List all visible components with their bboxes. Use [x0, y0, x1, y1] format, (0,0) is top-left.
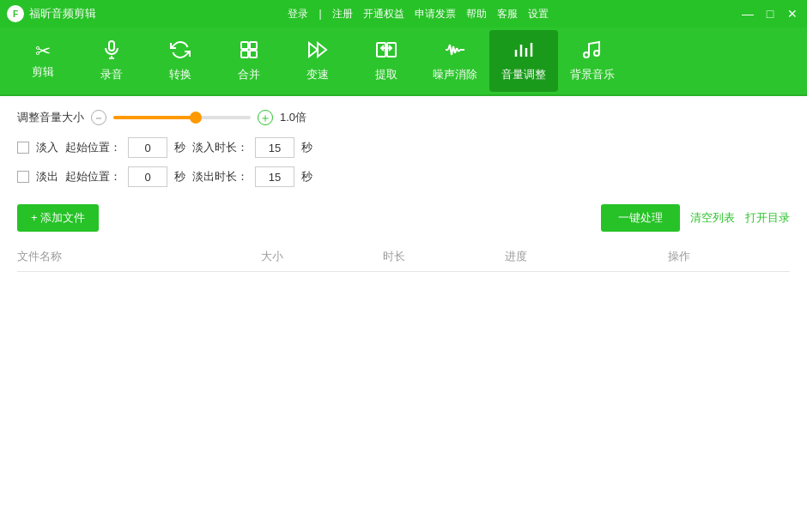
- titlebar-nav: 登录 | 注册 开通权益 申请发票 帮助 客服 设置: [288, 7, 548, 21]
- nav-help[interactable]: 帮助: [466, 7, 487, 21]
- nav-register[interactable]: 注册: [332, 7, 353, 21]
- tool-bgmusic-label: 背景音乐: [570, 67, 615, 82]
- volume-slider-thumb[interactable]: [190, 112, 202, 124]
- volume-label: 调整音量大小: [17, 110, 84, 125]
- svg-rect-4: [250, 42, 257, 49]
- tool-volume-label: 音量调整: [501, 67, 546, 82]
- svg-rect-10: [387, 43, 396, 57]
- tool-volume[interactable]: 音量调整: [489, 30, 558, 92]
- table-header: 文件名称 大小 时长 进度 操作: [17, 242, 790, 272]
- tool-speed[interactable]: 变速: [283, 30, 352, 92]
- col-name-header: 文件名称: [17, 249, 261, 264]
- svg-rect-9: [377, 43, 385, 57]
- nav-login[interactable]: 登录: [288, 7, 308, 21]
- volume-row: 调整音量大小 － ＋ 1.0倍: [17, 110, 790, 125]
- merge-icon: [239, 39, 259, 63]
- tool-edit-label: 剪辑: [32, 64, 54, 80]
- clear-list-button[interactable]: 清空列表: [690, 210, 735, 226]
- titlebar: F 福昕音频剪辑 登录 | 注册 开通权益 申请发票 帮助 客服 设置 — □ …: [0, 0, 807, 27]
- volume-decrease-button[interactable]: －: [91, 110, 106, 125]
- tool-edit[interactable]: ✂ 剪辑: [9, 30, 77, 92]
- action-right: 一键处理 清空列表 打开目录: [601, 204, 790, 232]
- extract-icon: [375, 39, 397, 63]
- scissors-icon: ✂: [35, 42, 51, 61]
- app-name: 福昕音频剪辑: [29, 6, 96, 21]
- fade-out-start-input[interactable]: [128, 166, 167, 187]
- fade-out-duration-unit: 秒: [301, 169, 312, 184]
- speed-icon: [306, 39, 329, 63]
- nav-sep1: |: [319, 8, 321, 20]
- bgmusic-icon: [581, 39, 604, 63]
- close-button[interactable]: ✕: [785, 6, 800, 21]
- tool-merge[interactable]: 合并: [215, 30, 283, 92]
- convert-icon: [170, 39, 191, 63]
- fade-out-label: 淡出: [36, 169, 58, 184]
- fade-in-duration-input[interactable]: [255, 137, 294, 158]
- fade-in-checkbox[interactable]: [17, 142, 29, 154]
- tool-merge-label: 合并: [238, 67, 260, 82]
- tool-record-label: 录音: [100, 67, 123, 82]
- tool-extract-label: 提取: [375, 67, 397, 82]
- svg-point-25: [584, 52, 589, 57]
- fade-in-row: 淡入 起始位置： 秒 淡入时长： 秒: [17, 137, 790, 158]
- titlebar-left: F 福昕音频剪辑: [7, 5, 96, 22]
- fade-in-duration-label: 淡入时长：: [192, 140, 248, 155]
- tool-speed-label: 变速: [306, 67, 329, 82]
- window-controls: — □ ✕: [740, 6, 800, 21]
- col-duration-header: 时长: [383, 249, 505, 264]
- fade-out-checkbox[interactable]: [17, 171, 29, 183]
- nav-invoice[interactable]: 申请发票: [415, 7, 456, 21]
- main-content: 调整音量大小 － ＋ 1.0倍 淡入 起始位置： 秒 淡入时长： 秒 淡出 起始…: [0, 96, 807, 532]
- svg-rect-6: [250, 51, 257, 57]
- volume-slider[interactable]: [113, 116, 251, 119]
- tool-denoise[interactable]: 噪声消除: [421, 30, 489, 92]
- tool-bgmusic[interactable]: 背景音乐: [558, 30, 627, 92]
- action-row: + 添加文件 一键处理 清空列表 打开目录: [17, 204, 790, 232]
- svg-line-19: [458, 50, 460, 51]
- fade-out-start-unit: 秒: [174, 169, 185, 184]
- nav-service[interactable]: 客服: [497, 7, 518, 21]
- svg-marker-7: [309, 43, 318, 57]
- volume-value: 1.0倍: [280, 110, 306, 125]
- svg-rect-5: [241, 51, 248, 57]
- minimize-button[interactable]: —: [740, 6, 755, 21]
- fade-in-start-unit: 秒: [174, 140, 185, 155]
- volume-slider-fill: [113, 116, 196, 119]
- volume-icon: [513, 39, 535, 63]
- nav-settings[interactable]: 设置: [528, 7, 549, 21]
- logo-icon: F: [13, 9, 18, 19]
- fade-in-start-label: 起始位置：: [65, 140, 121, 155]
- fade-out-duration-label: 淡出时长：: [192, 169, 248, 184]
- col-progress-header: 进度: [505, 249, 667, 264]
- fade-out-row: 淡出 起始位置： 秒 淡出时长： 秒: [17, 166, 790, 187]
- fade-out-duration-input[interactable]: [255, 166, 294, 187]
- svg-rect-0: [109, 41, 114, 51]
- mic-icon: [101, 39, 122, 63]
- process-button[interactable]: 一键处理: [601, 204, 680, 232]
- fade-in-label: 淡入: [36, 140, 58, 155]
- tool-denoise-label: 噪声消除: [433, 67, 477, 82]
- add-file-button[interactable]: + 添加文件: [17, 204, 99, 232]
- tool-convert-label: 转换: [169, 67, 191, 82]
- svg-rect-3: [241, 42, 248, 49]
- toolbar: ✂ 剪辑 录音 转换: [0, 27, 807, 96]
- open-dir-button[interactable]: 打开目录: [745, 210, 790, 226]
- denoise-icon: [444, 39, 466, 63]
- maximize-button[interactable]: □: [762, 6, 778, 21]
- fade-in-duration-unit: 秒: [301, 140, 312, 155]
- fade-out-start-label: 起始位置：: [65, 169, 121, 184]
- svg-point-26: [594, 51, 599, 56]
- tool-record[interactable]: 录音: [77, 30, 146, 92]
- fade-in-start-input[interactable]: [128, 137, 167, 158]
- tool-convert[interactable]: 转换: [146, 30, 215, 92]
- tool-extract[interactable]: 提取: [352, 30, 421, 92]
- nav-rights[interactable]: 开通权益: [363, 7, 404, 21]
- col-size-header: 大小: [261, 249, 383, 264]
- app-logo: F: [7, 5, 24, 22]
- col-action-header: 操作: [668, 249, 790, 264]
- volume-increase-button[interactable]: ＋: [258, 110, 273, 125]
